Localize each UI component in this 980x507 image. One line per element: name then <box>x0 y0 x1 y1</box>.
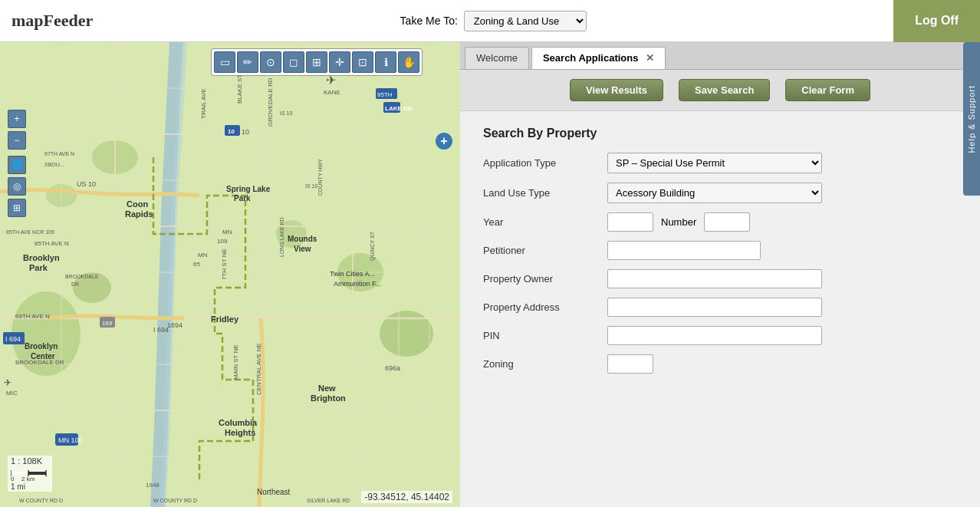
land-use-type-select[interactable]: Acessory Building Commercial Residential… <box>607 183 822 203</box>
svg-text:BROOKDALE: BROOKDALE <box>65 274 99 279</box>
zoning-input[interactable] <box>607 354 653 374</box>
svg-text:New: New <box>318 384 336 393</box>
view-results-button[interactable]: View Results <box>570 79 663 101</box>
svg-text:696a: 696a <box>385 364 400 372</box>
svg-text:Park: Park <box>29 263 48 272</box>
svg-text:0: 0 <box>11 476 15 481</box>
year-row: Year Number <box>483 212 957 232</box>
svg-text:7TH ST NE: 7TH ST NE <box>221 249 228 280</box>
search-form-title: Search By Property <box>483 127 957 140</box>
svg-text:65: 65 <box>193 261 200 268</box>
tab-welcome[interactable]: Welcome <box>465 47 529 69</box>
zoom-box-tool-button[interactable]: ⊞ <box>306 51 327 73</box>
svg-text:Spring Lake: Spring Lake <box>226 185 271 193</box>
svg-text:10: 10 <box>228 128 235 135</box>
svg-text:Park: Park <box>234 194 251 202</box>
property-address-input[interactable] <box>607 298 822 317</box>
number-label: Number <box>661 216 696 228</box>
svg-text:MN: MN <box>198 252 208 258</box>
svg-text:KANE: KANE <box>324 89 340 96</box>
petitioner-input[interactable] <box>607 241 761 260</box>
svg-text:169: 169 <box>102 320 113 327</box>
svg-text:LONG LAKE RD: LONG LAKE RD <box>279 217 284 257</box>
svg-text:W COUNTY RD D: W COUNTY RD D <box>19 498 63 503</box>
zoom-in-button[interactable]: + <box>8 110 26 128</box>
scale-label: 1 : 108K <box>11 456 49 466</box>
svg-text:W COUNTY RD D: W COUNTY RD D <box>153 498 197 503</box>
map-toolbar: ▭ ✏ ⊙ ◻ ⊞ ✛ ⊡ ℹ ✋ <box>211 48 423 76</box>
svg-text:Ammunition F...: Ammunition F... <box>334 280 381 288</box>
svg-text:2 km: 2 km <box>21 476 35 481</box>
svg-text:QUINCY ST: QUINCY ST <box>370 231 376 261</box>
scale-distance: 1 mi <box>11 482 49 491</box>
svg-text:MIC: MIC <box>6 390 18 397</box>
svg-text:Brooklyn: Brooklyn <box>23 253 60 262</box>
svg-text:Heights: Heights <box>225 428 255 437</box>
svg-text:Brighton: Brighton <box>311 393 346 403</box>
identify-tool-button[interactable]: ℹ <box>375 51 396 73</box>
svg-text:BROOKDALE DR: BROOKDALE DR <box>15 359 64 366</box>
svg-text:Brooklyn: Brooklyn <box>25 342 58 351</box>
pan-tool-button[interactable]: ✛ <box>329 51 350 73</box>
globe-button[interactable]: 🌐 <box>8 156 26 174</box>
buffer-tool-button[interactable]: ◻ <box>283 51 304 73</box>
year-number-group: Number <box>607 212 750 232</box>
svg-text:MAIN ST NE: MAIN ST NE <box>232 344 239 380</box>
pin-row: PIN <box>483 326 957 345</box>
petitioner-row: Petitioner <box>483 241 957 260</box>
tab-search-applications[interactable]: Search Applications ✕ <box>531 47 666 69</box>
svg-text:Coon: Coon <box>127 199 148 209</box>
layers-button[interactable]: ⊞ <box>8 199 26 217</box>
svg-text:IS 10: IS 10 <box>280 110 292 116</box>
year-input[interactable] <box>607 212 653 232</box>
draw-tool-button[interactable]: ✏ <box>237 51 258 73</box>
svg-text:MN 100: MN 100 <box>58 436 83 444</box>
drag-tool-button[interactable]: ✋ <box>398 51 419 73</box>
property-owner-row: Property Owner <box>483 269 957 288</box>
svg-text:✈: ✈ <box>4 377 12 388</box>
help-support-sidebar[interactable]: Help & Support <box>963 42 980 196</box>
help-support-label: Help & Support <box>967 85 976 153</box>
action-bar: View Results Save Search Clear Form <box>460 70 980 111</box>
svg-text:View: View <box>294 245 311 253</box>
zoning-row: Zoning <box>483 354 957 374</box>
svg-rect-92 <box>11 472 28 475</box>
zoom-out-button[interactable]: − <box>8 131 26 150</box>
tab-close-icon[interactable]: ✕ <box>646 52 654 64</box>
take-me-to-dropdown[interactable]: Zoning & Land Use Permits Parcels Roads <box>464 11 587 31</box>
svg-text:COUNTY HWY: COUNTY HWY <box>317 159 323 196</box>
measure-tool-button[interactable]: ⊙ <box>260 51 281 73</box>
target-button[interactable]: ◎ <box>8 177 26 196</box>
property-address-row: Property Address <box>483 298 957 317</box>
svg-text:Northeast: Northeast <box>257 488 291 496</box>
application-type-row: Application Type SP – Special Use Permit… <box>483 153 957 173</box>
svg-text:DR: DR <box>71 281 79 287</box>
take-me-to-section: Take Me To: Zoning & Land Use Permits Pa… <box>400 11 587 31</box>
map-add-button[interactable]: + <box>436 133 452 150</box>
pin-label: PIN <box>483 330 598 341</box>
number-input[interactable] <box>704 212 750 232</box>
pin-input[interactable] <box>607 326 822 345</box>
svg-text:69TH AVE N: 69TH AVE N <box>15 313 50 320</box>
property-owner-input[interactable] <box>607 269 822 288</box>
svg-text:Mounds: Mounds <box>288 235 317 243</box>
take-me-to-label: Take Me To: <box>400 15 458 27</box>
svg-text:IS 10: IS 10 <box>305 183 317 189</box>
select-tool-button[interactable]: ▭ <box>214 51 235 73</box>
full-extent-button[interactable]: ⊡ <box>352 51 373 73</box>
svg-text:XBOU...: XBOU... <box>44 162 64 167</box>
right-panel: Welcome Search Applications ✕ View Resul… <box>460 42 980 507</box>
save-search-button[interactable]: Save Search <box>679 79 770 101</box>
svg-text:MN: MN <box>222 229 232 235</box>
svg-text:I 694: I 694 <box>5 335 21 343</box>
app-logo: mapFeeder <box>12 11 93 31</box>
map-coordinates: -93.34512, 45.14402 <box>361 491 452 503</box>
svg-text:85TH AVE NCR 109: 85TH AVE NCR 109 <box>6 229 54 235</box>
svg-text:97TH AVE N: 97TH AVE N <box>44 151 74 156</box>
year-label: Year <box>483 216 598 228</box>
application-type-select[interactable]: SP – Special Use Permit CUP – Conditiona… <box>607 153 822 173</box>
svg-text:SILVER LAKE RD: SILVER LAKE RD <box>307 498 350 503</box>
clear-form-button[interactable]: Clear Form <box>785 79 870 101</box>
svg-text:Twin Cities A...: Twin Cities A... <box>330 270 375 278</box>
logoff-button[interactable]: Log Off <box>893 0 980 42</box>
